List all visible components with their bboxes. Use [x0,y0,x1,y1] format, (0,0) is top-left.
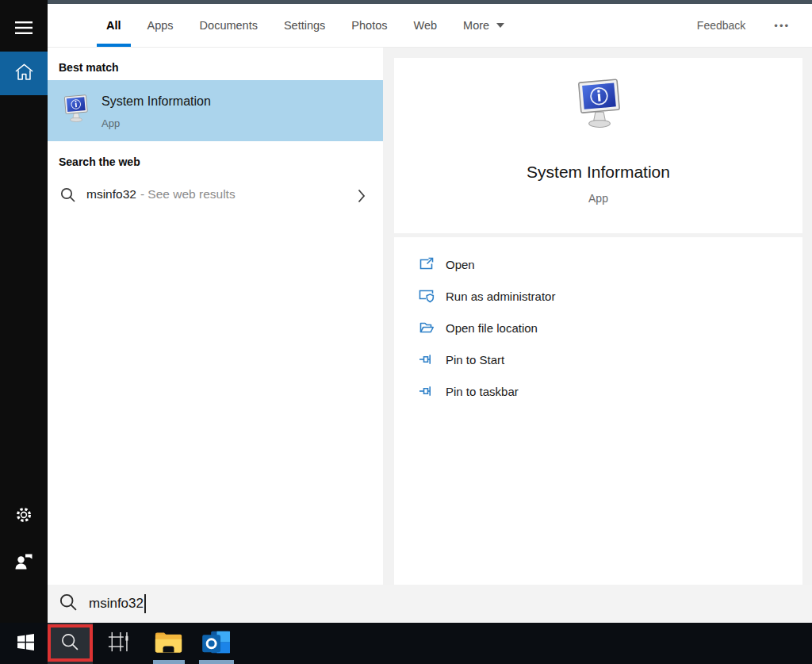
web-suffix: - See web results [140,187,236,201]
tab-all[interactable]: All [97,4,131,47]
action-pin-to-taskbar-label: Pin to taskbar [446,385,519,398]
tab-all-label: All [106,19,121,32]
web-result-text: msinfo32- See web results [86,187,236,202]
hamburger-menu-button[interactable] [0,10,48,49]
file-explorer-button[interactable] [149,623,187,664]
outlook-icon [202,629,232,658]
home-button[interactable] [0,52,48,95]
settings-gear-icon [14,505,33,528]
hamburger-menu-icon [15,21,33,37]
more-options-icon[interactable]: ••• [774,20,790,32]
text-cursor [144,594,146,613]
action-run-as-administrator[interactable]: Run as administrator [394,280,802,312]
search-filter-header: All Apps Documents Settings Photos Web M… [48,4,812,48]
outlook-button[interactable] [197,623,236,664]
admin-shield-icon [419,288,435,304]
search-input-value: msinfo32 [89,596,144,612]
task-view-button[interactable] [99,623,137,664]
tab-photos[interactable]: Photos [342,4,396,47]
action-open-file-location-label: Open file location [446,321,538,335]
search-flyout-sidebar [0,0,48,623]
tab-more-label: More [463,19,489,32]
start-button[interactable] [6,623,44,664]
file-explorer-icon [154,629,183,658]
best-match-header: Best match [59,61,118,74]
feedback-button[interactable] [0,543,48,582]
header-right: Feedback ••• [697,4,812,47]
tab-web-label: Web [414,19,438,32]
detail-title: System Information [394,163,802,182]
tab-settings[interactable]: Settings [274,4,335,47]
action-run-as-administrator-label: Run as administrator [446,290,555,303]
settings-button[interactable] [0,497,48,536]
feedback-person-icon [13,551,34,574]
tab-documents[interactable]: Documents [190,4,267,47]
action-open[interactable]: Open [394,248,802,280]
tab-web[interactable]: Web [404,4,447,47]
tab-apps-label: Apps [147,19,174,32]
detail-type: App [394,192,802,205]
detail-panel-top: System Information App [394,58,802,233]
web-query: msinfo32 [86,187,136,201]
action-open-file-location[interactable]: Open file location [394,312,802,344]
home-icon [14,63,34,84]
taskbar-search-button[interactable] [48,623,93,664]
pin-icon [419,351,435,367]
system-information-icon [61,94,90,125]
best-match-title: System Information [102,94,211,109]
detail-panel-actions: Open Run as administrator Open file loca… [394,237,802,585]
tab-apps[interactable]: Apps [138,4,183,47]
action-open-label: Open [446,258,475,271]
best-match-result[interactable]: System Information App [48,80,383,141]
tab-documents-label: Documents [200,19,258,32]
search-web-header: Search the web [59,155,140,168]
web-search-result[interactable]: msinfo32- See web results [48,178,383,213]
running-indicator [199,660,234,664]
pin-icon [419,383,435,399]
action-pin-to-taskbar[interactable]: Pin to taskbar [394,375,802,407]
open-launch-icon [419,256,435,272]
feedback-link[interactable]: Feedback [697,19,745,32]
taskbar [0,623,812,664]
action-pin-to-start-label: Pin to Start [446,353,504,367]
search-input[interactable]: msinfo32 [48,585,812,623]
search-icon [61,633,79,654]
chevron-down-icon [496,23,504,28]
search-icon [60,187,76,206]
folder-location-icon [419,320,435,336]
windows-search-screen: All Apps Documents Settings Photos Web M… [0,0,812,664]
tab-photos-label: Photos [351,19,387,32]
search-icon [59,593,78,615]
filter-tabs: All Apps Documents Settings Photos Web M… [48,4,521,47]
best-match-type: App [102,117,120,129]
system-information-icon [573,79,625,131]
tab-settings-label: Settings [284,19,325,32]
tab-more[interactable]: More [454,4,514,47]
results-panel: Best match System Information [48,48,383,585]
action-pin-to-start[interactable]: Pin to Start [394,344,802,375]
running-indicator [153,660,185,664]
task-view-icon [107,631,130,655]
windows-start-icon [17,634,34,654]
chevron-right-icon[interactable] [358,189,366,206]
